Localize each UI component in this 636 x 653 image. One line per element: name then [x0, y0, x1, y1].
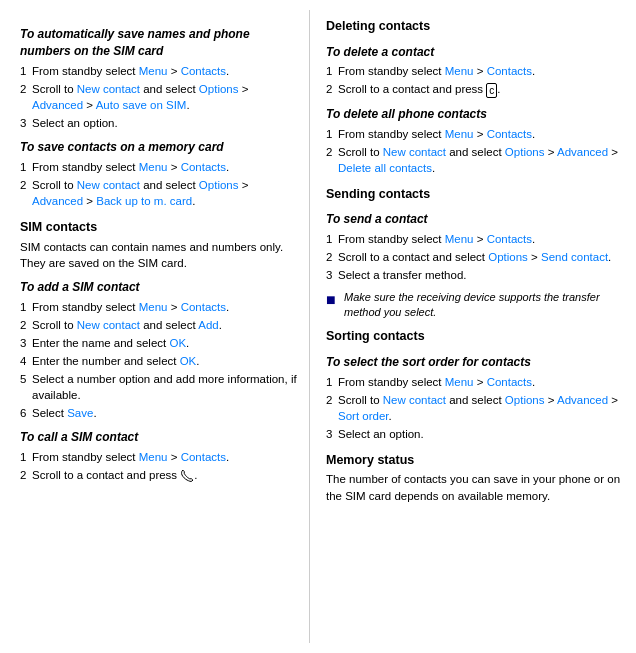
step-addsim-4: 4 Enter the number and select OK.	[20, 353, 297, 369]
step-content: Scroll to New contact and select Options…	[338, 392, 624, 424]
menu-link: Menu	[445, 128, 474, 140]
sort-order-link: Sort order	[338, 410, 389, 422]
step-content: From standby select Menu > Contacts.	[338, 126, 624, 142]
menu-link: Menu	[139, 451, 168, 463]
step-del-2: 2 Scroll to a contact and press c.	[326, 81, 624, 97]
call-icon	[180, 470, 194, 483]
step-content: Scroll to New contact and select Options…	[32, 177, 297, 209]
c-key-icon: c	[486, 83, 497, 98]
memory-status-text: The number of contacts you can save in y…	[326, 471, 624, 503]
new-contact-link: New contact	[77, 83, 140, 95]
step-send-2: 2 Scroll to a contact and select Options…	[326, 249, 624, 265]
step-num: 3	[326, 267, 338, 283]
contacts-link: Contacts	[487, 65, 532, 77]
step-delall-1: 1 From standby select Menu > Contacts.	[326, 126, 624, 142]
step-delall-2: 2 Scroll to New contact and select Optio…	[326, 144, 624, 176]
contacts-link: Contacts	[181, 451, 226, 463]
step-send-1: 1 From standby select Menu > Contacts.	[326, 231, 624, 247]
step-send-3: 3 Select a transfer method.	[326, 267, 624, 283]
add-sim-title: To add a SIM contact	[20, 279, 297, 296]
call-sim-title: To call a SIM contact	[20, 429, 297, 446]
options-link: Options	[505, 394, 545, 406]
step-addsim-3: 3 Enter the name and select OK.	[20, 335, 297, 351]
sorting-heading: Sorting contacts	[326, 328, 624, 346]
sending-heading: Sending contacts	[326, 186, 624, 204]
step-addsim-6: 6 Select Save.	[20, 405, 297, 421]
step-content: Scroll to New contact and select Options…	[32, 81, 297, 113]
step-callsim-2: 2 Scroll to a contact and press .	[20, 467, 297, 483]
step-content: Scroll to a contact and press c.	[338, 81, 624, 97]
left-column: To automatically save names and phone nu…	[0, 10, 310, 643]
step-content: Enter the name and select OK.	[32, 335, 297, 351]
step-addsim-2: 2 Scroll to New contact and select Add.	[20, 317, 297, 333]
ok-link: OK	[180, 355, 197, 367]
step-num: 5	[20, 371, 32, 403]
step-content: From standby select Menu > Contacts.	[32, 449, 297, 465]
step-num: 2	[20, 317, 32, 333]
step-num: 1	[20, 63, 32, 79]
step-num: 6	[20, 405, 32, 421]
menu-link: Menu	[139, 65, 168, 77]
step-content: From standby select Menu > Contacts.	[32, 159, 297, 175]
step-num: 2	[20, 177, 32, 209]
menu-link: Menu	[139, 301, 168, 313]
save-link: Save	[67, 407, 93, 419]
backup-link: Back up to m. card	[96, 195, 192, 207]
step-content: Select an option.	[338, 426, 624, 442]
options-link: Options	[505, 146, 545, 158]
step-intro-3: 3 Select an option.	[20, 115, 297, 131]
step-mc-1: 1 From standby select Menu > Contacts.	[20, 159, 297, 175]
options-link: Options	[199, 83, 239, 95]
step-num: 1	[20, 449, 32, 465]
step-num: 1	[326, 231, 338, 247]
advanced-link: Advanced	[557, 146, 608, 158]
step-content: From standby select Menu > Contacts.	[338, 63, 624, 79]
sim-description: SIM contacts can contain names and numbe…	[20, 239, 297, 271]
step-content: From standby select Menu > Contacts.	[338, 231, 624, 247]
new-contact-link: New contact	[383, 394, 446, 406]
contacts-link: Contacts	[487, 233, 532, 245]
options-link: Options	[199, 179, 239, 191]
page-container: To automatically save names and phone nu…	[0, 0, 636, 653]
step-content: From standby select Menu > Contacts.	[338, 374, 624, 390]
note-box: ■ Make sure the receiving device support…	[326, 290, 624, 321]
auto-save-link: Auto save on SIM	[96, 99, 187, 111]
options-link: Options	[488, 251, 528, 263]
menu-link: Menu	[445, 233, 474, 245]
step-sort-2: 2 Scroll to New contact and select Optio…	[326, 392, 624, 424]
step-content: Scroll to a contact and press .	[32, 467, 297, 483]
step-intro-2: 2 Scroll to New contact and select Optio…	[20, 81, 297, 113]
step-intro-1: 1 From standby select Menu > Contacts.	[20, 63, 297, 79]
delete-contact-title: To delete a contact	[326, 44, 624, 61]
step-num: 2	[20, 467, 32, 483]
contacts-link: Contacts	[487, 128, 532, 140]
step-num: 1	[326, 374, 338, 390]
step-sort-3: 3 Select an option.	[326, 426, 624, 442]
advanced-link: Advanced	[32, 99, 83, 111]
step-num: 2	[326, 249, 338, 265]
note-text: Make sure the receiving device supports …	[344, 290, 624, 321]
step-content: From standby select Menu > Contacts.	[32, 299, 297, 315]
intro-title: To automatically save names and phone nu…	[20, 26, 297, 60]
memory-card-title: To save contacts on a memory card	[20, 139, 297, 156]
step-content: Scroll to a contact and select Options >…	[338, 249, 624, 265]
advanced-link: Advanced	[32, 195, 83, 207]
menu-link: Menu	[445, 65, 474, 77]
contacts-link: Contacts	[181, 301, 226, 313]
contacts-link: Contacts	[181, 65, 226, 77]
delete-all-link: Delete all contacts	[338, 162, 432, 174]
step-num: 1	[326, 126, 338, 142]
step-num: 1	[20, 159, 32, 175]
step-content: Scroll to New contact and select Options…	[338, 144, 624, 176]
deleting-heading: Deleting contacts	[326, 18, 624, 36]
step-num: 2	[326, 392, 338, 424]
add-link: Add	[198, 319, 218, 331]
memory-status-heading: Memory status	[326, 452, 624, 470]
menu-link: Menu	[445, 376, 474, 388]
sort-order-title: To select the sort order for contacts	[326, 354, 624, 371]
step-num: 1	[326, 63, 338, 79]
note-icon: ■	[326, 290, 340, 309]
delete-all-title: To delete all phone contacts	[326, 106, 624, 123]
step-content: Select Save.	[32, 405, 297, 421]
step-num: 1	[20, 299, 32, 315]
